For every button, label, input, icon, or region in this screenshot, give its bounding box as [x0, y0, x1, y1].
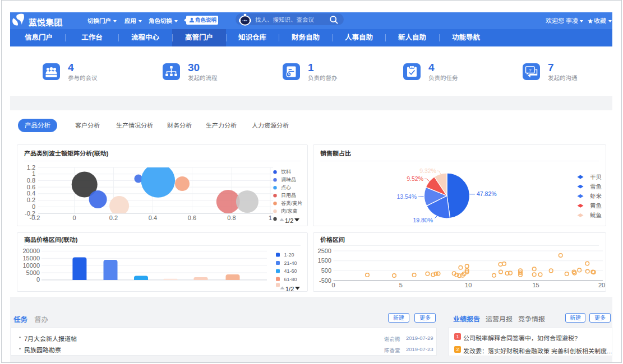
svg-text:虾米: 虾米 [590, 193, 602, 199]
svg-text:0.4: 0.4 [149, 214, 157, 221]
svg-text:-0.2: -0.2 [30, 214, 40, 221]
svg-text:黄鱼: 黄鱼 [590, 202, 602, 209]
svg-text:鱿鱼: 鱿鱼 [590, 212, 602, 218]
svg-text:20: 20 [598, 282, 605, 288]
svg-text:-500: -500 [319, 277, 331, 284]
svg-text:0: 0 [72, 214, 76, 221]
svg-text:0.8: 0.8 [27, 177, 35, 184]
svg-text:15: 15 [532, 282, 539, 288]
svg-text:9.52%: 9.52% [407, 175, 423, 182]
svg-text:干贝: 干贝 [590, 174, 602, 180]
svg-text:1500: 1500 [318, 257, 331, 264]
svg-text:10: 10 [465, 282, 472, 288]
svg-text:1.2: 1.2 [27, 164, 35, 171]
svg-text:1/2: 1/2 [285, 286, 294, 292]
svg-text:41-60: 41-60 [284, 268, 297, 274]
svg-text:13.54%: 13.54% [396, 193, 417, 200]
svg-text:61-80: 61-80 [284, 277, 297, 282]
svg-text:1-20: 1-20 [284, 252, 294, 258]
svg-text:0: 0 [331, 282, 335, 288]
svg-text:点心: 点心 [281, 185, 291, 190]
svg-text:5000: 5000 [26, 269, 40, 276]
svg-text:肉/家禽: 肉/家禽 [281, 208, 298, 214]
svg-text:0.6: 0.6 [27, 184, 35, 190]
svg-text:1/2: 1/2 [285, 217, 293, 224]
svg-text:0: 0 [32, 203, 35, 210]
svg-text:?: ? [529, 68, 532, 73]
svg-text:调味品: 调味品 [281, 177, 296, 183]
svg-text:0.6: 0.6 [188, 214, 196, 221]
svg-text:9.32%: 9.32% [419, 167, 436, 174]
svg-text:谷类/麦片: 谷类/麦片 [281, 200, 303, 206]
svg-text:0.2: 0.2 [27, 197, 35, 203]
svg-text:0.2: 0.2 [109, 214, 118, 221]
svg-text:0: 0 [36, 276, 40, 283]
svg-text:日用品: 日用品 [281, 193, 296, 198]
svg-text:19.80%: 19.80% [413, 217, 433, 223]
svg-text:0.8: 0.8 [227, 214, 236, 221]
svg-text:1: 1 [32, 170, 35, 177]
svg-text:5: 5 [399, 282, 403, 288]
svg-text:饮料: 饮料 [281, 169, 291, 175]
svg-text:1: 1 [269, 214, 272, 221]
svg-text:21-40: 21-40 [284, 260, 297, 266]
svg-text:500: 500 [321, 267, 331, 274]
svg-text:0.4: 0.4 [27, 190, 35, 197]
svg-text:雪鱼: 雪鱼 [590, 183, 602, 190]
svg-text:47.82%: 47.82% [477, 190, 497, 197]
svg-text:15000: 15000 [22, 255, 40, 262]
svg-text:20000: 20000 [22, 248, 40, 254]
svg-text:2500: 2500 [318, 248, 331, 254]
svg-text:10000: 10000 [22, 262, 40, 269]
